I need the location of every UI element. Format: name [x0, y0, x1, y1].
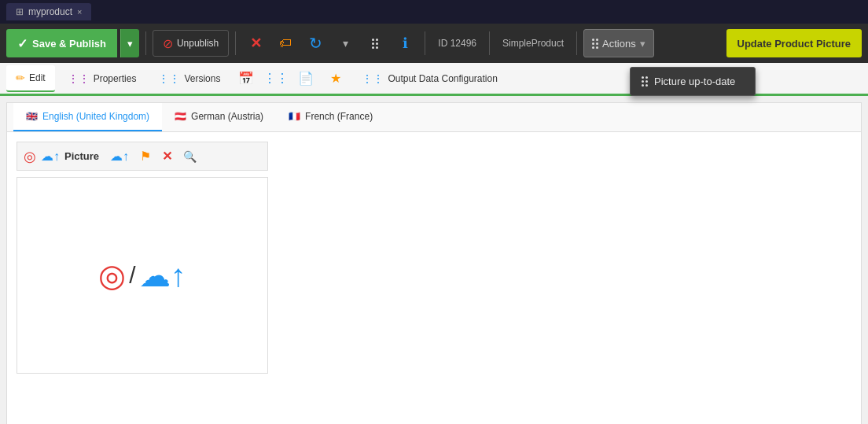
large-cloud-upload-icon: ☁↑: [139, 257, 186, 293]
properties-icon: ⋮⋮: [68, 72, 90, 85]
picture-cloud-icon: ☁↑: [41, 149, 60, 164]
edit-tab-button[interactable]: ✏ Edit: [6, 65, 55, 92]
lang-tab-german[interactable]: 🇦🇹 German (Austria): [162, 103, 276, 131]
picture-upload-button[interactable]: ☁↑: [107, 147, 132, 165]
refresh-button[interactable]: ↻: [302, 30, 329, 57]
flag-fr-icon: 🇫🇷: [289, 111, 300, 122]
picture-drop-area[interactable]: ◎ / ☁↑: [17, 177, 268, 374]
versions-tab-button[interactable]: ⋮⋮ Versions: [149, 65, 230, 92]
calendar-button[interactable]: 📅: [233, 65, 259, 92]
star-icon: ★: [330, 71, 341, 86]
main-toolbar: ✓ Save & Publish ▾ ⊘ Unpublish ✕ 🏷 ↻ ▾ ℹ…: [0, 24, 868, 63]
versions-icon: ⋮⋮: [158, 72, 180, 85]
picture-target-icon: ◎: [24, 148, 36, 165]
picture-delete-button[interactable]: ✕: [159, 147, 175, 165]
dots-icon: [372, 39, 378, 49]
refresh-icon: ↻: [309, 34, 322, 53]
picture-section: ◎ ☁↑ Picture ☁↑ ⚑ ✕ 🔍 ◎ / ☁↑: [7, 132, 861, 383]
star-button[interactable]: ★: [322, 65, 349, 92]
picture-search-icon: 🔍: [183, 150, 197, 163]
tag-icon: 🏷: [279, 36, 292, 50]
save-publish-button[interactable]: ✓ Save & Publish: [6, 29, 117, 57]
flag-at-icon: 🇦🇹: [175, 111, 186, 122]
refresh-dropdown-button[interactable]: ▾: [332, 30, 359, 57]
sep3: [425, 31, 425, 55]
lang-tab-english[interactable]: 🇬🇧 English (United Kingdom): [13, 103, 162, 131]
sep5: [576, 31, 577, 55]
sep2: [235, 31, 236, 55]
title-bar: ⊞ myproduct ×: [0, 0, 868, 24]
tab-title: myproduct: [28, 6, 72, 17]
grid2-button[interactable]: ⋮⋮: [263, 65, 289, 92]
picture-up-to-date-menu-item[interactable]: Picture up-to-date: [631, 68, 755, 95]
large-target-icon: ◎: [98, 257, 126, 293]
arrow-down-icon: ▾: [343, 37, 348, 50]
sep4: [489, 31, 490, 55]
title-tab[interactable]: ⊞ myproduct ×: [6, 3, 91, 20]
flag-uk-icon: 🇬🇧: [26, 111, 38, 122]
upload-composite-icon: ◎ / ☁↑: [98, 257, 186, 293]
flag-icon: ⚑: [140, 149, 151, 164]
actions-arrow-icon: ▾: [640, 38, 645, 50]
lang-tab-french[interactable]: 🇫🇷 French (France): [276, 103, 385, 131]
slash-separator: /: [129, 262, 135, 289]
actions-dropdown: Picture up-to-date: [630, 67, 756, 96]
edit-icon: ✏: [16, 72, 25, 84]
picture-search-button[interactable]: 🔍: [180, 149, 200, 164]
x-icon: ✕: [250, 35, 262, 52]
picture-delete-icon: ✕: [162, 149, 172, 164]
actions-button[interactable]: Actions ▾: [583, 29, 654, 57]
close-tab-icon[interactable]: ×: [77, 7, 82, 17]
actions-icon: [592, 39, 598, 49]
output-icon: ⋮⋮: [362, 72, 384, 85]
product-id: ID 12496: [432, 38, 483, 49]
language-tabs: 🇬🇧 English (United Kingdom) 🇦🇹 German (A…: [7, 103, 861, 132]
content-area: 🇬🇧 English (United Kingdom) 🇦🇹 German (A…: [6, 102, 862, 424]
output-data-config-button[interactable]: ⋮⋮ Output Data Configuration: [352, 65, 506, 92]
picture-toolbar: ◎ ☁↑ Picture ☁↑ ⚑ ✕ 🔍: [17, 142, 268, 171]
apps-button[interactable]: [362, 30, 388, 57]
tag-button[interactable]: 🏷: [272, 30, 299, 57]
info-icon: ℹ: [403, 35, 408, 52]
picture-flag-button[interactable]: ⚑: [137, 147, 154, 165]
info-button[interactable]: ℹ: [392, 30, 418, 57]
check-icon: ✓: [17, 36, 28, 51]
no-icon: ⊘: [163, 36, 173, 51]
document-button[interactable]: 📄: [292, 65, 319, 92]
update-product-picture-button[interactable]: Update Product Picture: [726, 29, 862, 57]
calendar-icon: 📅: [238, 71, 254, 86]
delete-button[interactable]: ✕: [242, 30, 269, 57]
product-type: SimpleProduct: [496, 38, 570, 49]
properties-tab-button[interactable]: ⋮⋮ Properties: [58, 65, 146, 92]
grid-icon: ⊞: [16, 6, 24, 17]
document-icon: 📄: [298, 71, 314, 86]
save-publish-dropdown-button[interactable]: ▾: [120, 29, 139, 57]
unpublish-button[interactable]: ⊘ Unpublish: [153, 30, 229, 57]
sep1: [145, 31, 146, 55]
dropdown-item-icon: [642, 76, 648, 87]
upload-icon: ☁↑: [110, 149, 129, 164]
grid2-icon: ⋮⋮: [263, 71, 289, 86]
